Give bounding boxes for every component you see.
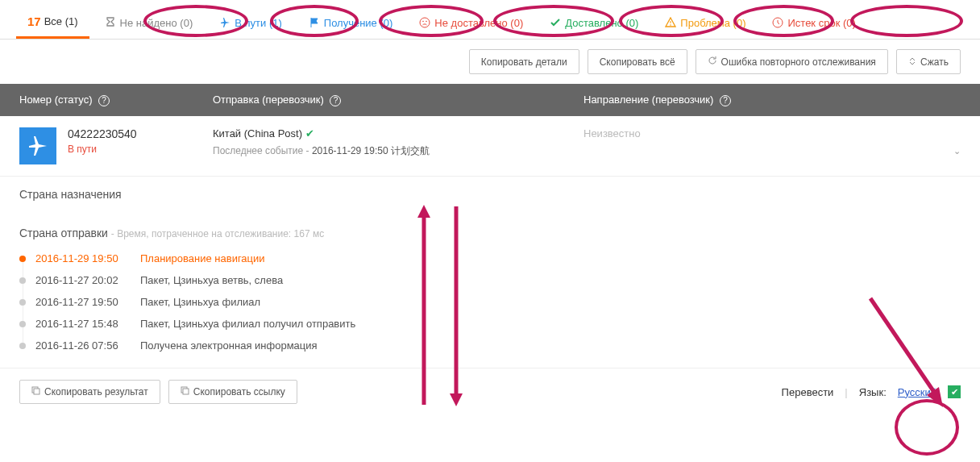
timeline-dot <box>19 277 26 284</box>
timeline: 2016-11-29 19:50Планирование навигации20… <box>35 248 961 356</box>
svg-rect-9 <box>183 389 189 394</box>
retrack-button[interactable]: Ошибка повторного отслеживания <box>696 49 888 74</box>
event-text: Пакет, Цзиньхуа филиал получил отправить <box>140 318 355 330</box>
tab-expired[interactable]: Истек срок (0) <box>760 6 866 39</box>
tab-label: Проблема (0) <box>680 17 745 29</box>
check-icon <box>549 16 562 29</box>
help-icon[interactable]: ? <box>98 95 110 106</box>
tracking-shipment: Китай (China Post)✔ Последнее событие - … <box>213 127 583 164</box>
copy-icon <box>31 386 40 397</box>
tab-label: Все (1) <box>44 15 78 27</box>
tab-all[interactable]: 17 Все (1) <box>16 6 89 39</box>
tab-label: Не доставлено (0) <box>434 17 523 29</box>
event-date: 2016-11-27 15:48 <box>35 318 140 330</box>
tracking-destination: Неизвестно ⌄ <box>583 127 961 164</box>
header-number: Номер (статус) ? <box>19 94 213 106</box>
event-text: Получена электронная информация <box>140 339 318 352</box>
timeline-dot <box>19 343 26 349</box>
timeline-dot <box>19 321 26 327</box>
timeline-item: 2016-11-27 19:50Пакет, Цзиньхуа филиал <box>35 291 961 313</box>
translate-link[interactable]: Перевести <box>782 386 834 398</box>
tracking-details: Страна назначения Страна отправки - Врем… <box>0 177 980 368</box>
tab-label: Истек срок (0) <box>787 17 855 29</box>
tab-alert[interactable]: Проблема (0) <box>653 6 757 39</box>
tab-delivered[interactable]: Доставлено (0) <box>538 6 650 39</box>
tab-label: Не найдено (0) <box>120 17 193 29</box>
timeline-dot <box>19 256 26 262</box>
timeline-item: 2016-11-27 15:48Пакет, Цзиньхуа филиал п… <box>35 313 961 335</box>
event-date: 2016-11-27 19:50 <box>35 296 140 308</box>
last-event: Последнее событие - 2016-11-29 19:50 计划交… <box>213 144 583 158</box>
header-destination: Направление (перевозчик) ? <box>583 94 961 106</box>
sad-icon <box>418 16 431 29</box>
tab-in-transit[interactable]: В пути (1) <box>207 6 293 39</box>
svg-point-0 <box>420 18 430 27</box>
warning-icon <box>664 16 677 29</box>
tab-label: В пути (1) <box>235 17 282 29</box>
copy-details-button[interactable]: Копировать детали <box>469 49 579 74</box>
tab-label: Доставлено (0) <box>565 17 638 29</box>
event-date: 2016-11-26 07:56 <box>35 339 140 352</box>
origin-country-label: Страна отправки - Время, потраченное на … <box>19 227 961 239</box>
tracking-info: 04222230540 В пути <box>68 127 213 164</box>
tab-pickup[interactable]: Получение (0) <box>297 6 405 39</box>
tracking-row[interactable]: 04222230540 В пути Китай (China Post)✔ П… <box>0 116 980 177</box>
refresh-icon <box>708 56 717 68</box>
copy-result-button[interactable]: Скопировать результат <box>19 380 160 404</box>
status-tabs: 17 Все (1) Не найдено (0) В пути (1) Пол… <box>0 0 980 40</box>
destination-country-label: Страна назначения <box>19 188 961 201</box>
event-date: 2016-11-29 19:50 <box>35 252 140 264</box>
svg-point-4 <box>671 24 672 26</box>
event-date: 2016-11-27 20:02 <box>35 274 140 286</box>
verified-icon: ✔ <box>305 127 314 139</box>
event-text: Планирование навигации <box>140 252 265 264</box>
timeline-item: 2016-11-29 19:50Планирование навигации <box>35 248 961 269</box>
table-header: Номер (статус) ? Отправка (перевозчик) ?… <box>0 84 980 116</box>
collapse-button[interactable]: Сжать <box>896 49 961 74</box>
copy-link-button[interactable]: Скопировать ссылку <box>168 380 297 404</box>
copy-icon <box>181 386 189 397</box>
flag-icon <box>308 16 321 29</box>
clock-icon <box>771 16 784 29</box>
header-shipment: Отправка (перевозчик) ? <box>213 94 583 106</box>
tab-label: Получение (0) <box>324 17 393 29</box>
expand-toggle[interactable]: ⌄ <box>953 146 961 156</box>
tab-not-found[interactable]: Не найдено (0) <box>93 6 205 39</box>
tab-undelivered[interactable]: Не доставлено (0) <box>407 6 534 39</box>
timeline-dot <box>19 299 26 306</box>
check-icon: ✔ <box>948 385 961 398</box>
svg-point-2 <box>426 21 428 23</box>
event-text: Пакет, Цзиньхуа ветвь, слева <box>140 274 283 286</box>
tracking-number: 04222230540 <box>68 127 213 140</box>
collapse-icon <box>908 56 916 68</box>
carrier-name: Китай (China Post) <box>213 127 302 139</box>
svg-rect-7 <box>34 389 39 394</box>
svg-point-1 <box>423 21 425 23</box>
tracking-status: В пути <box>68 144 213 155</box>
hourglass-icon <box>104 16 117 29</box>
copy-all-button[interactable]: Скопировать всё <box>588 49 687 74</box>
help-icon[interactable]: ? <box>720 95 731 106</box>
timeline-item: 2016-11-27 20:02Пакет, Цзиньхуа ветвь, с… <box>35 269 961 291</box>
footer: Скопировать результат Скопировать ссылку… <box>0 368 980 415</box>
logo-icon: 17 <box>27 15 41 28</box>
timeline-item: 2016-11-26 07:56Получена электронная инф… <box>35 335 961 356</box>
action-bar: Копировать детали Скопировать всё Ошибка… <box>0 40 980 84</box>
plane-icon <box>218 16 231 29</box>
plane-icon <box>19 127 56 164</box>
time-spent: - Время, потраченное на отслеживание: 16… <box>111 228 324 239</box>
help-icon[interactable]: ? <box>330 95 341 106</box>
event-text: Пакет, Цзиньхуа филиал <box>140 296 260 308</box>
language-label: Язык: <box>859 386 887 398</box>
language-selector[interactable]: Русский <box>898 386 936 398</box>
